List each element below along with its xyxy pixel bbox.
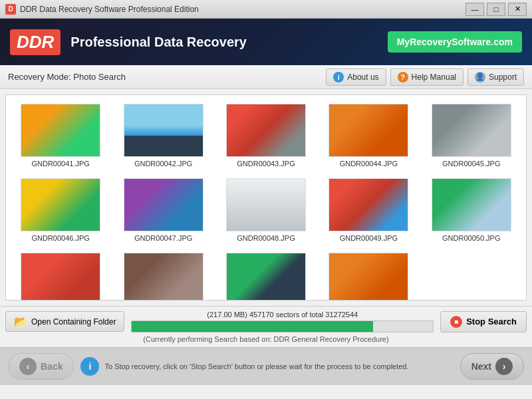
photo-item-gndr00049[interactable]: GNDR00049.JPG xyxy=(317,173,420,247)
footer-info: i To Stop recovery, click on 'Stop Searc… xyxy=(80,357,453,376)
titlebar-controls: — □ ✕ xyxy=(466,3,527,16)
next-arrow-icon: › xyxy=(495,358,513,375)
app-icon: D xyxy=(5,4,16,15)
photo-thumb xyxy=(432,178,511,231)
about-us-button[interactable]: i About us xyxy=(326,68,386,86)
photo-grid-container[interactable]: GNDR00041.JPGGNDR00042.JPGGNDR00043.JPGG… xyxy=(5,94,527,301)
navbar: Recovery Mode: Photo Search i About us ?… xyxy=(0,65,532,89)
photo-thumb xyxy=(124,104,203,157)
back-arrow-icon: ‹ xyxy=(19,358,37,375)
photo-thumb xyxy=(329,104,408,157)
close-button[interactable]: ✕ xyxy=(508,3,527,16)
photo-thumb xyxy=(124,253,203,301)
photo-item-gndr00047[interactable]: GNDR00047.JPG xyxy=(112,173,214,247)
photo-label: GNDR00048.JPG xyxy=(237,234,295,242)
support-button[interactable]: 👤 Support xyxy=(467,68,524,86)
ddr-logo: DDR xyxy=(10,29,61,55)
header: DDR Professional Data Recovery MyRecover… xyxy=(0,19,532,65)
photo-thumb xyxy=(329,253,408,301)
progress-subtext: (Currently performing Search based on: D… xyxy=(5,335,527,343)
photo-item-gndr00044[interactable]: GNDR00044.JPG xyxy=(317,98,420,173)
footer-nav: ‹ Back i To Stop recovery, click on 'Sto… xyxy=(0,347,532,385)
photo-label: GNDR00041.JPG xyxy=(31,160,89,168)
help-manual-label: Help Manual xyxy=(412,72,456,82)
stop-icon: ■ xyxy=(450,316,462,328)
photo-thumb xyxy=(432,104,511,157)
controls-row: 📂 Open Containing Folder (217.00 MB) 457… xyxy=(5,311,527,332)
photo-label: GNDR00049.JPG xyxy=(340,234,398,242)
photo-item-gndr00048[interactable]: GNDR00048.JPG xyxy=(215,173,317,247)
next-button[interactable]: Next › xyxy=(460,353,524,380)
photo-thumb xyxy=(226,178,306,231)
photo-item-gndr00045[interactable]: GNDR00045.JPG xyxy=(420,98,523,173)
photo-thumb xyxy=(226,253,306,301)
photo-item-gndr00052[interactable]: GNDR00052.JPG xyxy=(112,247,214,301)
support-label: Support xyxy=(489,72,517,82)
help-icon: ? xyxy=(398,72,408,82)
photo-item-gndr00053[interactable]: GNDR00053.JPG xyxy=(215,247,317,301)
about-us-label: About us xyxy=(347,72,378,82)
photo-label: GNDR00043.JPG xyxy=(237,160,295,168)
photo-thumb xyxy=(21,253,100,301)
recovery-mode-label: Recovery Mode: Photo Search xyxy=(8,72,326,82)
back-label: Back xyxy=(41,361,63,372)
open-folder-label: Open Containing Folder xyxy=(31,317,116,327)
photo-item-gndr00042[interactable]: GNDR00042.JPG xyxy=(112,98,214,173)
photo-item-gndr00050[interactable]: GNDR00050.JPG xyxy=(420,173,523,247)
nav-buttons: i About us ? Help Manual 👤 Support xyxy=(326,68,524,86)
photo-item-gndr00054[interactable]: GNDR00054.JPG xyxy=(317,247,420,301)
photo-grid: GNDR00041.JPGGNDR00042.JPGGNDR00043.JPGG… xyxy=(6,95,526,301)
photo-label: GNDR00045.JPG xyxy=(442,160,500,168)
photo-label: GNDR00050.JPG xyxy=(442,234,500,242)
photo-thumb xyxy=(21,178,100,231)
photo-item-gndr00051[interactable]: GNDR00051.JPG xyxy=(9,247,112,301)
titlebar: D DDR Data Recovery Software Professiona… xyxy=(0,0,532,19)
progress-bar xyxy=(131,321,434,332)
maximize-button[interactable]: □ xyxy=(487,3,505,16)
stop-search-label: Stop Search xyxy=(466,317,517,327)
footer-info-icon: i xyxy=(80,357,99,376)
photo-item-gndr00041[interactable]: GNDR00041.JPG xyxy=(9,98,112,173)
stop-search-button[interactable]: ■ Stop Search xyxy=(440,311,527,332)
help-manual-button[interactable]: ? Help Manual xyxy=(390,68,464,86)
photo-item-gndr00043[interactable]: GNDR00043.JPG xyxy=(215,98,317,173)
photo-label: GNDR00047.JPG xyxy=(134,234,192,242)
progress-text: (217.00 MB) 457170 sectors of total 3127… xyxy=(207,311,358,319)
footer-info-text: To Stop recovery, click on 'Stop Search'… xyxy=(104,362,408,370)
open-folder-button[interactable]: 📂 Open Containing Folder xyxy=(5,311,124,332)
progress-bar-fill xyxy=(132,321,372,332)
website-badge: MyRecoverySoftware.com xyxy=(388,31,522,53)
photo-thumb xyxy=(329,178,408,231)
photo-label: GNDR00044.JPG xyxy=(340,160,398,168)
bottom-controls: 📂 Open Containing Folder (217.00 MB) 457… xyxy=(0,306,532,347)
photo-item-gndr00046[interactable]: GNDR00046.JPG xyxy=(9,173,112,247)
header-title: Professional Data Recovery xyxy=(70,35,387,50)
photo-label: GNDR00046.JPG xyxy=(31,234,89,242)
photo-thumb xyxy=(21,104,100,157)
minimize-button[interactable]: — xyxy=(466,3,484,16)
photo-label: GNDR00042.JPG xyxy=(134,160,192,168)
titlebar-text: DDR Data Recovery Software Professional … xyxy=(20,5,466,14)
progress-area: (217.00 MB) 457170 sectors of total 3127… xyxy=(131,311,434,332)
next-label: Next xyxy=(471,361,491,372)
photo-thumb xyxy=(226,104,306,157)
photo-thumb xyxy=(124,178,203,231)
support-icon: 👤 xyxy=(475,72,485,82)
folder-icon: 📂 xyxy=(14,315,27,328)
back-button[interactable]: ‹ Back xyxy=(8,353,74,380)
info-icon: i xyxy=(333,72,344,82)
